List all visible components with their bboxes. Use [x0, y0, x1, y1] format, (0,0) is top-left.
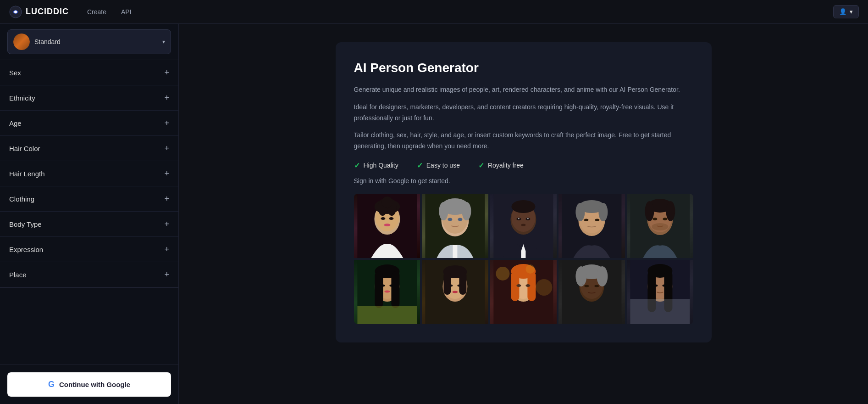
- svg-point-59: [384, 290, 390, 292]
- expand-ethnicity-icon: +: [164, 94, 169, 102]
- svg-point-38: [598, 203, 608, 221]
- signin-text: Sign in with Google to get started.: [354, 177, 693, 185]
- svg-point-80: [525, 264, 535, 274]
- svg-rect-60: [357, 306, 417, 324]
- svg-point-57: [380, 284, 385, 286]
- svg-point-37: [575, 203, 585, 221]
- expand-hair-length-icon: +: [164, 169, 169, 178]
- check-icon-2: ✓: [417, 161, 423, 170]
- filter-sex-label: Sex: [9, 69, 21, 77]
- feature-high-quality: ✓ High Quality: [354, 161, 398, 170]
- feature-royalty-free: ✓ Royality free: [478, 161, 524, 170]
- svg-point-97: [662, 284, 667, 286]
- portrait-image-1: [354, 194, 420, 258]
- continue-with-google-button[interactable]: G Continue with Google: [7, 372, 171, 397]
- desc-3: Tailor clothing, sex, hair, style, and a…: [354, 130, 693, 152]
- user-menu-button[interactable]: 👤 ▾: [833, 5, 859, 18]
- svg-point-58: [389, 284, 394, 286]
- filter-expression[interactable]: Expression +: [0, 237, 178, 262]
- desc-2: Ideal for designers, marketers, develope…: [354, 102, 693, 124]
- feature-label-1: High Quality: [364, 162, 398, 169]
- svg-point-69: [453, 291, 458, 293]
- expand-clothing-icon: +: [164, 195, 169, 203]
- feature-label-3: Royality free: [488, 162, 524, 169]
- svg-point-26: [511, 200, 535, 213]
- svg-point-17: [462, 202, 471, 220]
- image-grid: [354, 194, 693, 324]
- nav-api[interactable]: API: [121, 8, 132, 16]
- logo-text: LUCIDDIC: [26, 7, 69, 17]
- svg-rect-65: [444, 272, 451, 295]
- portrait-image-3: [490, 194, 557, 258]
- svg-point-40: [595, 219, 599, 221]
- logo-area: LUCIDDIC: [9, 6, 69, 18]
- portrait-image-9: [558, 260, 625, 324]
- svg-point-30: [527, 218, 529, 219]
- filter-hair-color-label: Hair Color: [9, 145, 40, 152]
- svg-point-79: [536, 279, 552, 296]
- svg-point-96: [653, 284, 658, 286]
- svg-point-1: [14, 11, 17, 13]
- svg-point-49: [663, 218, 667, 220]
- portrait-image-2: [422, 194, 488, 258]
- svg-point-8: [381, 196, 393, 208]
- feature-easy-to-use: ✓ Easy to use: [417, 161, 460, 170]
- svg-point-88: [594, 285, 599, 287]
- svg-point-77: [525, 284, 530, 287]
- desc-1: Generate unique and realistic images of …: [354, 84, 693, 95]
- svg-point-9: [381, 217, 385, 220]
- svg-rect-66: [459, 272, 467, 295]
- filter-hair-length[interactable]: Hair Length +: [0, 161, 178, 186]
- continue-button-label: Continue with Google: [59, 381, 130, 388]
- expand-body-type-icon: +: [164, 220, 169, 228]
- svg-point-19: [458, 218, 463, 221]
- expand-hair-color-icon: +: [164, 144, 169, 152]
- main-layout: Standard ▾ Sex + Ethnicity + Age + Hair …: [0, 24, 868, 404]
- filter-hair-color[interactable]: Hair Color +: [0, 136, 178, 161]
- filter-ethnicity-label: Ethnicity: [9, 94, 35, 102]
- svg-rect-98: [630, 299, 690, 324]
- filter-age-label: Age: [9, 119, 22, 127]
- filter-age[interactable]: Age +: [0, 111, 178, 136]
- svg-point-46: [645, 201, 654, 221]
- filter-section: Sex + Ethnicity + Age + Hair Color + Hai…: [0, 60, 178, 288]
- svg-point-16: [439, 202, 448, 220]
- filter-ethnicity[interactable]: Ethnicity +: [0, 85, 178, 111]
- svg-rect-55: [375, 271, 383, 308]
- svg-point-85: [575, 266, 586, 286]
- chevron-down-icon: ▾: [162, 39, 165, 45]
- chevron-down-icon: ▾: [850, 8, 853, 15]
- feature-label-2: Easy to use: [426, 162, 460, 169]
- filter-place-label: Place: [9, 271, 27, 279]
- filter-body-type[interactable]: Body Type +: [0, 212, 178, 237]
- svg-point-67: [448, 284, 453, 286]
- expand-age-icon: +: [164, 119, 169, 127]
- filter-clothing[interactable]: Clothing +: [0, 186, 178, 212]
- nav-create[interactable]: Create: [87, 8, 106, 16]
- filter-hair-length-label: Hair Length: [9, 170, 45, 178]
- google-g-icon: G: [48, 380, 55, 389]
- sidebar-top: Standard ▾: [0, 24, 178, 60]
- svg-point-68: [458, 284, 462, 286]
- header: LUCIDDIC Create API 👤 ▾: [0, 0, 868, 24]
- portrait-image-6: [354, 260, 420, 324]
- header-right: 👤 ▾: [833, 5, 859, 18]
- expand-place-icon: +: [164, 270, 169, 279]
- portrait-image-5: [627, 194, 693, 258]
- style-label: Standard: [34, 38, 158, 45]
- features-row: ✓ High Quality ✓ Easy to use ✓ Royality …: [354, 161, 693, 170]
- style-selector[interactable]: Standard ▾: [7, 29, 171, 54]
- svg-point-48: [652, 218, 657, 220]
- filter-place[interactable]: Place +: [0, 262, 178, 287]
- svg-point-18: [448, 218, 453, 221]
- portrait-image-4: [558, 194, 625, 258]
- continue-btn-area: G Continue with Google: [0, 365, 178, 404]
- svg-point-86: [597, 266, 608, 286]
- main-content: AI Person Generator Generate unique and …: [179, 24, 868, 404]
- page-title: AI Person Generator: [354, 61, 693, 75]
- filter-sex[interactable]: Sex +: [0, 60, 178, 85]
- expand-sex-icon: +: [164, 68, 169, 77]
- svg-point-10: [389, 217, 393, 220]
- svg-point-11: [384, 224, 390, 226]
- svg-point-76: [516, 284, 521, 287]
